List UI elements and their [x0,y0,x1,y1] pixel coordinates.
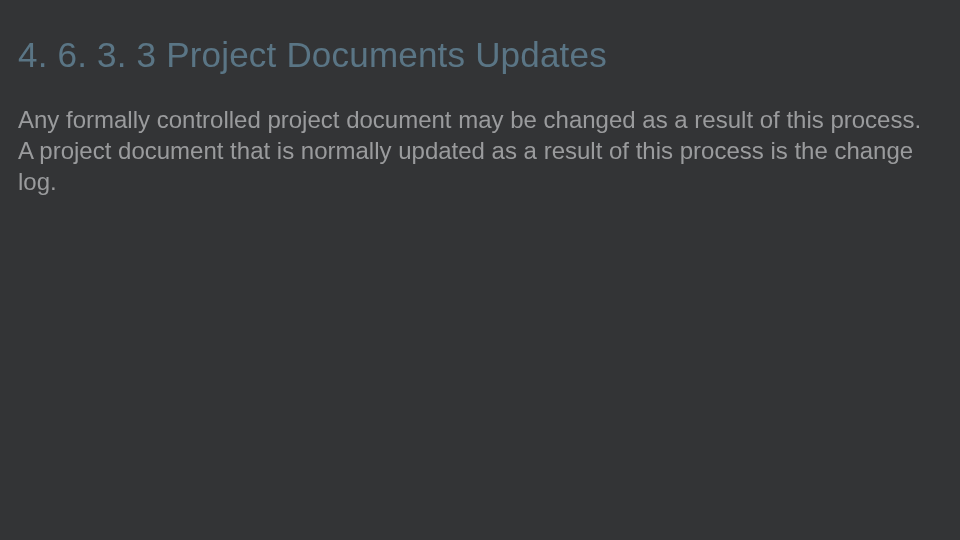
section-heading: 4. 6. 3. 3 Project Documents Updates [18,32,942,78]
body-paragraph: Any formally controlled project document… [18,104,928,198]
slide-container: 4. 6. 3. 3 Project Documents Updates Any… [0,0,960,540]
